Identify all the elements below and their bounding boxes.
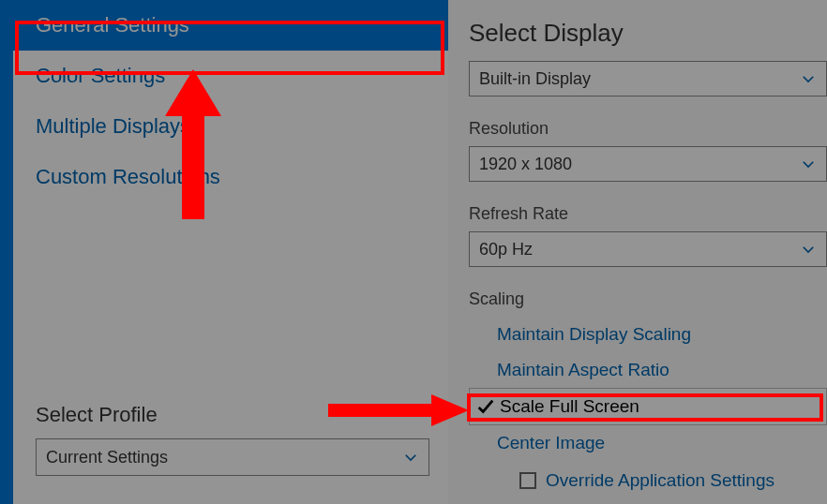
profile-section: Select Profile Current Settings	[36, 403, 429, 476]
scaling-option-label: Maintain Aspect Ratio	[497, 360, 669, 379]
resolution-label: Resolution	[469, 119, 827, 139]
chevron-down-icon	[800, 70, 817, 87]
nav-item-general-settings[interactable]: General Settings	[13, 0, 448, 51]
override-app-settings-checkbox[interactable]: Override Application Settings	[469, 461, 827, 498]
refresh-rate-dropdown[interactable]: 60p Hz	[469, 231, 827, 267]
check-icon	[475, 396, 496, 417]
refresh-rate-value: 60p Hz	[479, 240, 533, 259]
scaling-option-label: Scale Full Screen	[500, 396, 639, 417]
display-value: Built-in Display	[479, 69, 591, 89]
scaling-options: Maintain Display Scaling Maintain Aspect…	[469, 317, 827, 498]
nav-label: Color Settings	[36, 64, 165, 87]
nav-item-color-settings[interactable]: Color Settings	[13, 51, 448, 101]
chevron-down-icon	[800, 156, 817, 172]
select-profile-label: Select Profile	[36, 403, 429, 427]
override-label: Override Application Settings	[546, 470, 774, 491]
scaling-option-center-image[interactable]: Center Image	[469, 425, 827, 461]
chevron-down-icon	[800, 241, 817, 258]
nav-label: Custom Resolutions	[36, 165, 220, 188]
display-dropdown[interactable]: Built-in Display	[469, 61, 827, 96]
profile-value: Current Settings	[46, 448, 168, 467]
scaling-option-label: Maintain Display Scaling	[497, 324, 691, 344]
scaling-option-maintain-aspect[interactable]: Maintain Aspect Ratio	[469, 352, 827, 388]
profile-dropdown[interactable]: Current Settings	[36, 438, 429, 476]
refresh-rate-label: Refresh Rate	[469, 204, 827, 224]
scaling-option-scale-full[interactable]: Scale Full Screen	[469, 388, 827, 425]
chevron-down-icon	[402, 449, 419, 466]
select-display-title: Select Display	[469, 19, 827, 48]
sidebar: General Settings Color Settings Multiple…	[0, 0, 448, 504]
nav-label: General Settings	[36, 13, 189, 37]
nav-item-multiple-displays[interactable]: Multiple Displays	[13, 101, 448, 152]
scaling-option-label: Center Image	[497, 433, 605, 452]
scaling-option-maintain-display[interactable]: Maintain Display Scaling	[469, 317, 827, 352]
nav-item-custom-resolutions[interactable]: Custom Resolutions	[13, 152, 448, 202]
nav-label: Multiple Displays	[36, 114, 190, 138]
checkbox-icon	[519, 472, 536, 489]
scaling-label: Scaling	[469, 289, 827, 309]
settings-panel: Select Display Built-in Display Resoluti…	[448, 0, 827, 504]
resolution-value: 1920 x 1080	[479, 155, 572, 174]
resolution-dropdown[interactable]: 1920 x 1080	[469, 146, 827, 182]
